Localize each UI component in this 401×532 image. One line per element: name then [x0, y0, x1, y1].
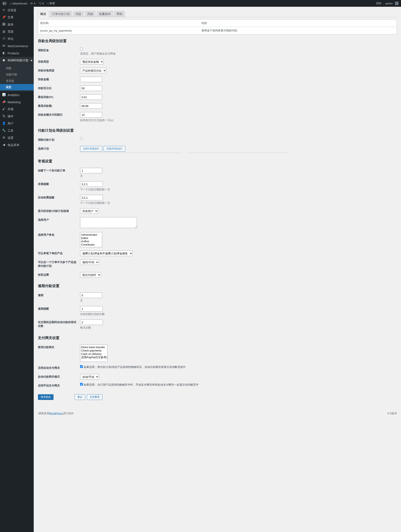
reset-button[interactable]: 重设: [75, 394, 85, 400]
footer: 感谢使用WordPress进行创作。 6.0版本: [34, 408, 401, 418]
tool-icon: 🔧: [2, 129, 6, 133]
appearance-icon: 🖌: [2, 107, 6, 111]
menu-comments[interactable]: 🗨评论: [0, 35, 34, 43]
plus-icon: +: [47, 2, 49, 5]
menu-users[interactable]: 👤用户: [0, 120, 34, 127]
product-icon: ◧: [2, 51, 6, 55]
version-text: 6.0版本: [388, 412, 397, 415]
submenu-log[interactable]: 主日志: [0, 78, 34, 84]
my-account[interactable]: 您好，admin: [376, 1, 398, 5]
select-user-input[interactable]: [80, 217, 137, 228]
gateway-title: 支付网关设置: [38, 336, 397, 340]
tab-order[interactable]: 订单付款计划: [50, 11, 72, 17]
menu-appearance[interactable]: 🖌外观: [0, 106, 34, 113]
settings-icon: ⚙: [2, 136, 6, 140]
tab-advanced[interactable]: 高级: [85, 11, 96, 17]
updates[interactable]: ⟳4: [31, 2, 35, 5]
tab-message[interactable]: 消息: [73, 11, 84, 17]
plan-title: 付款计划全局级别设置: [38, 128, 397, 133]
menu-products[interactable]: ◧Products: [0, 50, 34, 57]
user-icon: 👤: [2, 121, 6, 126]
force-plan-checkbox[interactable]: [80, 137, 83, 140]
wordpress-link[interactable]: WordPress: [49, 412, 62, 415]
menu-analytics[interactable]: 📊Analytics: [0, 91, 34, 99]
add-row-col2-button[interactable]: 为第2列添加行: [103, 146, 126, 152]
update-icon: ⟳: [31, 2, 33, 5]
menu-posts[interactable]: 📌文章: [0, 14, 34, 21]
dashboard-icon: ⊙: [2, 8, 6, 13]
admin-menu: ⊙仪表盘 📌文章 🖼媒体 ▤页面 🗨评论 WWooCommerce ◧Produ…: [0, 7, 34, 418]
tab-general[interactable]: 概述: [38, 11, 48, 17]
invoice-reminder-input[interactable]: [80, 181, 103, 187]
single-product-select[interactable]: 缴费计划/押金和不缴费计划/押金都有: [80, 251, 133, 256]
multi-product-select[interactable]: 相同/不同: [80, 260, 99, 265]
select-role-select[interactable]: AdministratorEditorAuthorContributor: [80, 232, 102, 247]
comments[interactable]: 🗨0: [39, 2, 44, 5]
deposit-type-select[interactable]: 预定存款金额: [80, 59, 104, 64]
overdue-title: 逾期付款设置: [38, 284, 397, 288]
force-deposit-checkbox[interactable]: [80, 48, 83, 50]
menu-plugins[interactable]: 🔌插件: [0, 113, 34, 120]
auto-gateway-checkbox[interactable]: [80, 365, 83, 368]
manual-gateway-checkbox[interactable]: [80, 383, 83, 386]
woo-icon: W: [2, 44, 6, 48]
overdue-retry-input[interactable]: [80, 319, 103, 325]
site-name[interactable]: ⌂lddashboard: [10, 2, 27, 5]
marketing-icon: 📣: [2, 100, 6, 104]
analytics-icon: 📊: [2, 93, 6, 97]
next-order-input[interactable]: [80, 168, 102, 173]
deposit-min-input[interactable]: [80, 94, 102, 100]
submenu-settings[interactable]: 设定: [0, 84, 34, 90]
shortcode-table: 短代码目的 [sumo_pp_my_payments]使用这个短码来显示我的付款…: [38, 19, 397, 34]
pin-icon: 📌: [2, 15, 6, 19]
comment-icon: 🗨: [2, 37, 6, 41]
sumo-icon: ◉: [2, 58, 6, 63]
comment-icon: 🗨: [39, 2, 41, 5]
gateway-mode-select[interactable]: 自动/手动: [80, 374, 99, 380]
general-title: 常规设置: [38, 159, 397, 164]
admin-bar: ⌂lddashboard ⟳4 🗨0 +新建 您好，admin: [0, 0, 401, 7]
submenu-plans[interactable]: 付款计划: [0, 71, 34, 78]
collapse-icon: ◀: [2, 143, 6, 147]
disable-gateway-select[interactable]: Direct bank transferCheck paymentsCash o…: [80, 345, 107, 362]
deposit-percent-input[interactable]: [80, 86, 102, 91]
menu-tools[interactable]: 🔧工具: [0, 127, 34, 134]
menu-dashboard[interactable]: ⊙仪表盘: [0, 7, 34, 14]
media-icon: 🖼: [2, 23, 6, 27]
add-row-col1-button[interactable]: 为第1列添加行: [80, 146, 102, 152]
menu-collapse[interactable]: ◀收起菜单: [0, 141, 34, 149]
deposit-amount-input[interactable]: [80, 77, 102, 82]
menu-settings[interactable]: ⚙设置: [0, 134, 34, 141]
new-content[interactable]: +新建: [47, 1, 55, 5]
home-icon: ⌂: [10, 2, 11, 5]
menu-marketing[interactable]: 📣Marketing: [0, 99, 34, 106]
deposit-max-input[interactable]: [80, 103, 102, 109]
menu-pages[interactable]: ▤页面: [0, 28, 34, 35]
tab-bulk[interactable]: 批量操作: [97, 11, 113, 17]
menu-woocommerce[interactable]: WWooCommerce: [0, 43, 34, 50]
page-icon: ▤: [2, 30, 6, 34]
overdue-remind-input[interactable]: [80, 306, 103, 311]
tab-help[interactable]: 帮助: [114, 11, 125, 17]
reset-all-button[interactable]: 全部重置: [87, 394, 102, 400]
menu-sumo[interactable]: ◉SUMO付款计划: [0, 57, 34, 64]
avatar: [395, 2, 398, 5]
wp-logo[interactable]: [3, 1, 6, 5]
submenu-payments[interactable]: 付款: [0, 65, 34, 71]
auto-reminder-input[interactable]: [80, 195, 103, 200]
deposit-balance-input[interactable]: [80, 112, 102, 118]
save-button[interactable]: 保存更改: [38, 394, 53, 400]
shipping-select[interactable]: 初次付款时: [80, 272, 101, 278]
menu-media[interactable]: 🖼媒体: [0, 21, 34, 28]
deposit-title: 存款全局级别设置: [38, 38, 397, 43]
deposit-price-type-select[interactable]: 产品价格百分比: [80, 68, 106, 73]
show-option-select[interactable]: 所有用户: [80, 208, 98, 214]
plugin-icon: 🔌: [2, 114, 6, 119]
settings-tabs: 概述 订单付款计划 消息 高级 批量操作 帮助: [38, 11, 397, 17]
overdue-input[interactable]: [80, 292, 102, 298]
